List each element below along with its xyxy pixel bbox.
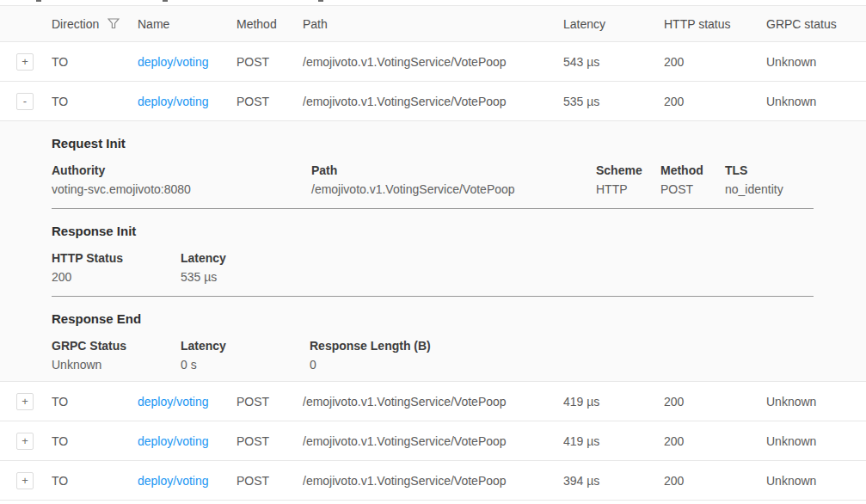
direction-cell: TO (52, 395, 138, 409)
header-direction: Direction (52, 17, 138, 31)
header-http-status: HTTP status (664, 17, 766, 31)
field-tls: TLS no_identity (725, 163, 814, 196)
field-value: 0 s (181, 358, 310, 372)
field-scheme: Scheme HTTP (596, 163, 660, 196)
field-value: Unknown (52, 358, 181, 372)
field-value: voting-svc.emojivoto:8080 (52, 182, 311, 196)
path-cell: /emojivoto.v1.VotingService/VotePoop (303, 95, 563, 108)
section-title: Response Init (52, 224, 814, 238)
path-cell: /emojivoto.v1.VotingService/VotePoop (303, 434, 563, 448)
http-status-cell: 200 (664, 474, 766, 488)
field-method: Method POST (660, 163, 725, 196)
direction-cell: TO (52, 434, 138, 448)
field-latency: Latency 0 s (181, 339, 310, 372)
expand-row-button[interactable]: + (16, 433, 34, 450)
field-path: Path /emojivoto.v1.VotingService/VotePoo… (311, 163, 596, 196)
grpc-status-cell: Unknown (766, 474, 866, 488)
collapse-row-button[interactable]: - (16, 93, 34, 110)
field-label: HTTP Status (52, 251, 181, 265)
field-value: /emojivoto.v1.VotingService/VotePoop (311, 182, 596, 196)
table-row: + TO deploy/voting POST /emojivoto.v1.Vo… (0, 461, 866, 501)
path-cell: /emojivoto.v1.VotingService/VotePoop (303, 55, 563, 69)
header-method: Method (236, 17, 303, 31)
table-row: + TO deploy/voting POST /emojivoto.v1.Vo… (0, 382, 866, 421)
grpc-status-cell: Unknown (766, 95, 866, 108)
field-value: no_identity (725, 182, 814, 196)
name-link[interactable]: deploy/voting (138, 434, 209, 448)
method-cell: POST (236, 434, 303, 448)
method-cell: POST (236, 474, 303, 488)
field-value: 535 µs (181, 270, 814, 284)
table-row: + TO deploy/voting POST /emojivoto.v1.Vo… (0, 42, 866, 82)
expand-row-button[interactable]: + (16, 393, 34, 410)
header-name: Name (138, 17, 236, 31)
field-value: 200 (52, 270, 181, 284)
field-grpc-status: GRPC Status Unknown (52, 339, 181, 372)
field-response-length: Response Length (B) 0 (310, 339, 814, 372)
direction-cell: TO (52, 95, 138, 108)
request-init-section: Request Init Authority voting-svc.emojiv… (52, 121, 814, 209)
clipped-content-above (0, 0, 866, 5)
method-cell: POST (236, 55, 303, 69)
http-status-cell: 200 (664, 95, 766, 108)
latency-cell: 535 µs (563, 95, 664, 108)
row-detail-panel: Request Init Authority voting-svc.emojiv… (0, 121, 866, 382)
header-direction-label: Direction (52, 17, 99, 31)
path-cell: /emojivoto.v1.VotingService/VotePoop (303, 395, 563, 409)
field-label: Latency (181, 251, 814, 265)
field-label: Method (660, 163, 725, 177)
field-value: POST (660, 182, 725, 196)
expand-row-button[interactable]: + (16, 472, 34, 489)
name-link[interactable]: deploy/voting (138, 55, 209, 69)
latency-cell: 419 µs (563, 395, 664, 409)
header-grpc-status: GRPC status (766, 17, 866, 31)
field-label: Authority (52, 163, 311, 177)
latency-cell: 419 µs (563, 434, 664, 448)
section-title: Request Init (52, 136, 814, 151)
response-end-section: Response End GRPC Status Unknown Latency… (52, 297, 814, 372)
name-link[interactable]: deploy/voting (138, 395, 209, 409)
path-cell: /emojivoto.v1.VotingService/VotePoop (303, 474, 563, 488)
table-row: + TO deploy/voting POST /emojivoto.v1.Vo… (0, 421, 866, 461)
response-init-section: Response Init HTTP Status 200 Latency 53… (52, 209, 814, 297)
name-link[interactable]: deploy/voting (138, 95, 209, 108)
clipped-text-fragment (318, 0, 323, 2)
http-status-cell: 200 (664, 395, 766, 409)
method-cell: POST (236, 95, 303, 108)
http-status-cell: 200 (664, 55, 766, 69)
filter-icon[interactable] (107, 18, 120, 29)
expand-row-button[interactable]: + (16, 53, 34, 71)
header-latency: Latency (563, 17, 664, 31)
name-link[interactable]: deploy/voting (138, 474, 209, 488)
http-status-cell: 200 (664, 434, 766, 448)
grpc-status-cell: Unknown (766, 395, 866, 409)
latency-cell: 394 µs (563, 474, 664, 488)
table-row-expanded: - TO deploy/voting POST /emojivoto.v1.Vo… (0, 82, 866, 121)
clipped-text-fragment (163, 0, 168, 2)
field-authority: Authority voting-svc.emojivoto:8080 (52, 163, 311, 196)
direction-cell: TO (52, 474, 138, 488)
field-label: GRPC Status (52, 339, 181, 353)
field-latency: Latency 535 µs (181, 251, 814, 284)
field-label: Latency (181, 339, 310, 353)
field-http-status: HTTP Status 200 (52, 251, 181, 284)
field-value: HTTP (596, 182, 660, 196)
field-value: 0 (310, 358, 814, 372)
table-header-row: Direction Name Method Path Latency HTTP … (0, 5, 866, 42)
clipped-text-fragment (36, 0, 41, 2)
section-title: Response End (52, 311, 814, 326)
direction-cell: TO (52, 55, 138, 69)
grpc-status-cell: Unknown (766, 434, 866, 448)
field-label: TLS (725, 163, 814, 177)
method-cell: POST (236, 395, 303, 409)
tap-results-view: Direction Name Method Path Latency HTTP … (0, 0, 866, 504)
field-label: Path (311, 163, 596, 177)
field-label: Scheme (596, 163, 660, 177)
field-label: Response Length (B) (310, 339, 814, 353)
grpc-status-cell: Unknown (766, 55, 866, 69)
latency-cell: 543 µs (563, 55, 664, 69)
header-path: Path (303, 17, 563, 31)
